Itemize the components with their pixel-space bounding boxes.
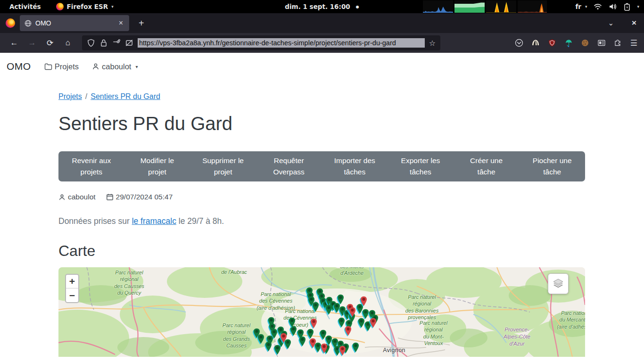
- memory-graph-icon: [454, 0, 485, 13]
- back-to-projects-button[interactable]: Revenir aux projets: [58, 155, 124, 178]
- user-dropdown[interactable]: caboulot ▾: [92, 62, 138, 71]
- folder-icon: [44, 63, 52, 70]
- firefox-icon: [56, 3, 64, 10]
- map-marker[interactable]: [336, 294, 345, 305]
- url-bar[interactable]: https://vps-3fba2a8a.ynh.fr/gestionnaire…: [82, 35, 440, 50]
- map-marker[interactable]: [320, 343, 329, 354]
- layers-icon: [552, 278, 564, 290]
- tab-title: OMO: [35, 19, 114, 27]
- query-overpass-button[interactable]: Requêter Overpass: [256, 155, 322, 178]
- breadcrumb-current[interactable]: Sentiers PR du Gard: [91, 92, 160, 100]
- project-meta: caboulot 29/07/2024 05:47: [58, 193, 585, 201]
- nav-projets-label: Projets: [55, 62, 79, 71]
- cpu-graph-icon: [423, 0, 453, 13]
- nav-projets[interactable]: Projets: [44, 62, 79, 71]
- notification-dot-icon: ●: [356, 5, 359, 9]
- tab-omo[interactable]: OMO ×: [20, 15, 129, 31]
- chevron-down-icon: ▾: [135, 64, 138, 69]
- home-button[interactable]: ⌂: [60, 38, 75, 48]
- umbrella-extension-icon[interactable]: [564, 39, 573, 47]
- keyboard-layout-button[interactable]: fr ▾: [575, 3, 587, 10]
- brand-omo[interactable]: OMO: [7, 61, 31, 72]
- extensions-puzzle-icon[interactable]: [614, 39, 622, 47]
- wifi-icon[interactable]: [594, 3, 602, 10]
- edit-project-button[interactable]: Modifier le projet: [124, 155, 190, 178]
- map-marker[interactable]: [279, 332, 288, 344]
- user-label: caboulot: [102, 62, 131, 71]
- zoom-out-button[interactable]: −: [66, 288, 78, 302]
- shield-icon[interactable]: [87, 39, 95, 47]
- pick-task-button[interactable]: Piocher une tâche: [519, 155, 585, 178]
- framacalc-link[interactable]: le framacalc: [132, 216, 176, 226]
- firefox-icon: [6, 18, 15, 28]
- app-menu-label: Firefox ESR: [67, 3, 108, 10]
- forward-button[interactable]: →: [25, 38, 40, 48]
- map-marker[interactable]: [348, 306, 357, 318]
- back-button[interactable]: ←: [7, 38, 22, 48]
- description-text-2: le 29/7 à 8h.: [176, 216, 224, 226]
- description-text: Données prises sur: [58, 216, 132, 226]
- chevron-down-icon: ▾: [585, 4, 587, 9]
- hamburger-menu-icon[interactable]: ☰: [630, 38, 637, 48]
- map[interactable]: Parc naturel régional des Causses du Que…: [58, 267, 585, 357]
- bookmark-star-icon[interactable]: ☆: [429, 39, 436, 48]
- cookie-extension-icon[interactable]: [581, 39, 589, 47]
- meta-date: 29/07/2024 05:47: [106, 193, 173, 201]
- action-toolbar: Revenir aux projets Modifier le projet S…: [58, 151, 585, 181]
- map-marker[interactable]: [288, 317, 297, 329]
- map-marker[interactable]: [273, 344, 282, 356]
- map-marker[interactable]: [338, 345, 347, 357]
- firefox-nav-toolbar: ← → ⟳ ⌂ https://vps-3fba2a8a.ynh.fr/ge: [0, 33, 644, 53]
- delete-project-button[interactable]: Supprimer le projet: [190, 155, 256, 178]
- map-marker[interactable]: [359, 296, 368, 307]
- globe-icon: [25, 20, 32, 27]
- url-input[interactable]: https://vps-3fba2a8a.ynh.fr/gestionnaire…: [138, 38, 425, 48]
- map-layers-control[interactable]: [548, 273, 569, 294]
- user-icon: [92, 63, 99, 70]
- map-markers: [58, 267, 585, 357]
- lock-icon[interactable]: [99, 39, 108, 47]
- map-heading: Carte: [58, 242, 585, 260]
- map-marker[interactable]: [309, 318, 318, 329]
- breadcrumb-projets[interactable]: Projets: [58, 92, 82, 100]
- permissions-icon[interactable]: [112, 39, 121, 47]
- breadcrumb: Projets/Sentiers PR du Gard: [58, 92, 585, 101]
- volume-icon[interactable]: [609, 3, 617, 10]
- zoom-in-button[interactable]: +: [66, 275, 78, 288]
- ublock-origin-icon[interactable]: [548, 39, 556, 47]
- disk-graph-icon: [518, 0, 547, 13]
- map-marker[interactable]: [344, 325, 353, 337]
- gnome-top-bar: Activités Firefox ESR ▾ dim. 1 sept. 16:…: [0, 0, 644, 13]
- system-menu-chevron-icon[interactable]: ▾: [637, 4, 639, 9]
- web-page: OMO Projets caboulot ▾ Projets/Sentiers …: [0, 53, 644, 362]
- map-marker[interactable]: [264, 341, 273, 353]
- list-all-tabs-icon[interactable]: ⌄: [608, 19, 614, 27]
- reader-extension-icon[interactable]: [597, 39, 606, 47]
- system-monitor-graphs: [423, 0, 547, 13]
- network-graph-icon: [486, 0, 516, 13]
- window-close-icon[interactable]: ×: [632, 18, 636, 28]
- app-menu[interactable]: Firefox ESR ▾: [56, 3, 114, 10]
- tab-close-icon[interactable]: ×: [117, 19, 124, 27]
- export-tasks-button[interactable]: Exporter les tâches: [388, 155, 454, 178]
- import-tasks-button[interactable]: Importer des tâches: [322, 155, 388, 178]
- screen: Activités Firefox ESR ▾ dim. 1 sept. 16:…: [0, 0, 644, 362]
- autoplay-blocked-icon[interactable]: [125, 39, 133, 47]
- pocket-icon[interactable]: [515, 39, 523, 47]
- description: Données prises sur le framacalc le 29/7 …: [58, 216, 585, 226]
- new-tab-button[interactable]: +: [135, 17, 148, 30]
- meta-author-label: caboulot: [68, 193, 96, 201]
- reload-button[interactable]: ⟳: [42, 38, 58, 48]
- activities-button[interactable]: Activités: [7, 3, 44, 10]
- map-marker[interactable]: [308, 337, 317, 349]
- map-marker[interactable]: [324, 304, 333, 316]
- battery-icon[interactable]: [624, 3, 630, 11]
- user-icon: [58, 194, 66, 201]
- map-marker[interactable]: [369, 317, 378, 329]
- map-marker[interactable]: [351, 342, 360, 354]
- meta-author: caboulot: [58, 193, 96, 201]
- map-zoom-control: + −: [65, 274, 79, 303]
- map-marker[interactable]: [311, 301, 320, 313]
- create-task-button[interactable]: Créer une tâche: [454, 155, 520, 178]
- privacy-badger-icon[interactable]: [531, 39, 540, 47]
